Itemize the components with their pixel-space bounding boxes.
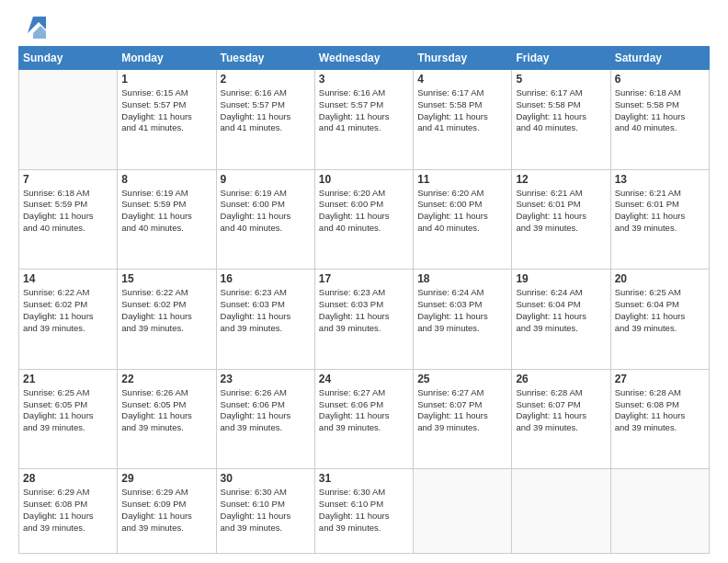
cell-info-line: and 39 minutes. <box>319 422 409 434</box>
cell-info-line: Sunset: 6:03 PM <box>319 299 409 311</box>
cell-info-line: Daylight: 11 hours <box>516 111 606 123</box>
calendar-cell: 24Sunrise: 6:27 AMSunset: 6:06 PMDayligh… <box>314 369 413 469</box>
calendar-cell: 26Sunrise: 6:28 AMSunset: 6:07 PMDayligh… <box>512 369 610 469</box>
cell-info-line: Sunset: 6:05 PM <box>23 399 113 411</box>
calendar-week-row: 21Sunrise: 6:25 AMSunset: 6:05 PMDayligh… <box>19 369 710 469</box>
cell-info-line: Daylight: 11 hours <box>23 211 113 223</box>
cell-info-line: Daylight: 11 hours <box>121 211 211 223</box>
calendar-cell: 23Sunrise: 6:26 AMSunset: 6:06 PMDayligh… <box>216 369 314 469</box>
cell-info-line: Daylight: 11 hours <box>121 511 211 523</box>
cell-info-line: Sunset: 5:59 PM <box>121 199 211 211</box>
cell-info-line: Daylight: 11 hours <box>516 410 606 422</box>
day-of-week-header: Tuesday <box>216 47 314 70</box>
cell-info-line: Sunrise: 6:30 AM <box>221 487 311 499</box>
cell-info-line: Sunset: 6:02 PM <box>23 299 113 311</box>
day-number: 26 <box>516 373 606 385</box>
cell-info-line: and 40 minutes. <box>417 223 507 235</box>
cell-info-line: Sunrise: 6:28 AM <box>615 387 705 399</box>
day-number: 23 <box>221 373 311 385</box>
calendar-cell: 5Sunrise: 6:17 AMSunset: 5:58 PMDaylight… <box>512 70 610 170</box>
cell-info-line: and 40 minutes. <box>221 223 311 235</box>
day-number: 4 <box>417 73 507 86</box>
svg-marker-1 <box>33 26 46 39</box>
cell-info-line: Sunset: 6:07 PM <box>417 399 507 411</box>
calendar-week-row: 1Sunrise: 6:15 AMSunset: 5:57 PMDaylight… <box>19 70 710 170</box>
cell-info-line: and 40 minutes. <box>23 223 113 235</box>
cell-info-line: Sunrise: 6:30 AM <box>319 487 409 499</box>
day-of-week-header: Saturday <box>610 47 709 70</box>
calendar-table: SundayMondayTuesdayWednesdayThursdayFrid… <box>18 46 710 554</box>
cell-info-line: Sunrise: 6:19 AM <box>221 188 311 200</box>
calendar-cell: 13Sunrise: 6:21 AMSunset: 6:01 PMDayligh… <box>610 169 709 270</box>
cell-info-line: and 40 minutes. <box>319 223 409 235</box>
calendar-header-row: SundayMondayTuesdayWednesdayThursdayFrid… <box>19 47 710 70</box>
cell-info-line: and 39 minutes. <box>23 422 113 434</box>
logo <box>18 17 46 39</box>
cell-info-line: Sunrise: 6:22 AM <box>23 287 113 299</box>
cell-info-line: Sunrise: 6:26 AM <box>221 387 311 399</box>
cell-info-line: Sunrise: 6:24 AM <box>516 287 606 299</box>
cell-info-line: and 41 minutes. <box>121 122 211 134</box>
cell-info-line: Sunrise: 6:21 AM <box>615 188 705 200</box>
day-number: 1 <box>121 73 211 86</box>
cell-info-line: Sunset: 6:02 PM <box>121 299 211 311</box>
day-number: 16 <box>221 272 311 285</box>
calendar-cell: 8Sunrise: 6:19 AMSunset: 5:59 PMDaylight… <box>118 169 216 270</box>
cell-info-line: Sunrise: 6:18 AM <box>23 188 113 200</box>
cell-info-line: Sunset: 5:58 PM <box>615 99 705 111</box>
cell-info-line: Sunrise: 6:25 AM <box>615 287 705 299</box>
calendar-cell <box>512 469 610 554</box>
cell-info-line: Sunset: 6:05 PM <box>121 399 211 411</box>
cell-info-line: Sunset: 6:08 PM <box>615 399 705 411</box>
calendar-week-row: 28Sunrise: 6:29 AMSunset: 6:08 PMDayligh… <box>19 469 710 554</box>
cell-info-line: Sunset: 6:06 PM <box>319 399 409 411</box>
cell-info-line: Sunset: 5:58 PM <box>516 99 606 111</box>
day-number: 15 <box>121 272 211 285</box>
calendar-cell: 17Sunrise: 6:23 AMSunset: 6:03 PMDayligh… <box>314 270 413 370</box>
cell-info-line: Daylight: 11 hours <box>417 111 507 123</box>
day-number: 25 <box>417 373 507 385</box>
cell-info-line: Daylight: 11 hours <box>516 311 606 323</box>
cell-info-line: Sunrise: 6:24 AM <box>417 287 507 299</box>
cell-info-line: Daylight: 11 hours <box>319 410 409 422</box>
day-of-week-header: Thursday <box>414 47 512 70</box>
cell-info-line: and 39 minutes. <box>615 223 705 235</box>
day-number: 2 <box>221 73 311 86</box>
calendar-week-row: 7Sunrise: 6:18 AMSunset: 5:59 PMDaylight… <box>19 169 710 270</box>
cell-info-line: and 41 minutes. <box>319 122 409 134</box>
day-number: 13 <box>615 173 705 186</box>
day-number: 27 <box>615 373 705 385</box>
cell-info-line: Daylight: 11 hours <box>121 111 211 123</box>
calendar-cell: 27Sunrise: 6:28 AMSunset: 6:08 PMDayligh… <box>610 369 709 469</box>
cell-info-line: Sunrise: 6:22 AM <box>121 287 211 299</box>
day-number: 20 <box>615 272 705 285</box>
day-number: 31 <box>319 472 409 485</box>
day-number: 17 <box>319 272 409 285</box>
logo-icon <box>20 13 46 39</box>
cell-info-line: Sunrise: 6:27 AM <box>417 387 507 399</box>
calendar-cell: 29Sunrise: 6:29 AMSunset: 6:09 PMDayligh… <box>118 469 216 554</box>
cell-info-line: Sunset: 5:57 PM <box>319 99 409 111</box>
day-of-week-header: Wednesday <box>314 47 413 70</box>
cell-info-line: Sunset: 6:00 PM <box>319 199 409 211</box>
calendar-cell: 18Sunrise: 6:24 AMSunset: 6:03 PMDayligh… <box>414 270 512 370</box>
cell-info-line: Daylight: 11 hours <box>221 410 311 422</box>
day-number: 3 <box>319 73 409 86</box>
cell-info-line: and 39 minutes. <box>417 323 507 335</box>
cell-info-line: Daylight: 11 hours <box>319 111 409 123</box>
cell-info-line: Daylight: 11 hours <box>23 410 113 422</box>
cell-info-line: and 39 minutes. <box>23 323 113 335</box>
cell-info-line: Sunrise: 6:21 AM <box>516 188 606 200</box>
cell-info-line: Daylight: 11 hours <box>615 311 705 323</box>
calendar-week-row: 14Sunrise: 6:22 AMSunset: 6:02 PMDayligh… <box>19 270 710 370</box>
cell-info-line: Sunset: 6:03 PM <box>221 299 311 311</box>
cell-info-line: Sunset: 6:04 PM <box>615 299 705 311</box>
calendar-cell: 30Sunrise: 6:30 AMSunset: 6:10 PMDayligh… <box>216 469 314 554</box>
cell-info-line: Daylight: 11 hours <box>516 211 606 223</box>
cell-info-line: and 39 minutes. <box>121 523 211 534</box>
calendar-cell: 14Sunrise: 6:22 AMSunset: 6:02 PMDayligh… <box>19 270 118 370</box>
cell-info-line: Daylight: 11 hours <box>417 410 507 422</box>
calendar-cell <box>19 70 118 170</box>
cell-info-line: and 39 minutes. <box>319 523 409 534</box>
cell-info-line: Sunrise: 6:28 AM <box>516 387 606 399</box>
